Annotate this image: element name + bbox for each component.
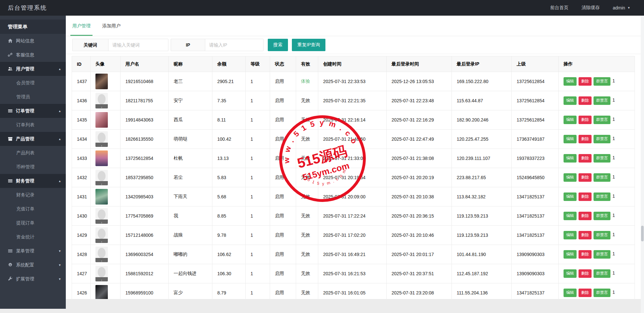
tab-add-user[interactable]: 添加用户 (102, 16, 121, 36)
delete-button[interactable]: 删除 (579, 212, 592, 220)
sidebar-item-5[interactable]: 财务管理▲ (0, 174, 66, 188)
mute-button[interactable]: 群禁言 (594, 135, 610, 143)
cell-balance: 106.30 (212, 264, 246, 283)
sidebar-subitem[interactable]: 产品列表 (0, 146, 66, 160)
sidebar-item-label: 扩展管理 (16, 276, 34, 282)
sidebar-item-2[interactable]: 用户管理▲ (0, 62, 66, 76)
delete-button[interactable]: 删除 (579, 192, 592, 201)
cell-parent: 13471825137 (512, 226, 559, 245)
delete-button[interactable]: 删除 (579, 77, 592, 86)
cell-username: 18266135550 (121, 130, 169, 149)
search-button[interactable]: 搜索 (268, 39, 288, 51)
sidebar-item-3[interactable]: 订单管理▲ (0, 104, 66, 118)
avatar-upload-band: ↑ (95, 239, 108, 243)
clear-cache-link[interactable]: 清除缓存 (581, 5, 600, 11)
edit-button[interactable]: 编辑 (564, 77, 577, 86)
user-menu[interactable]: admin ▼ (613, 5, 630, 10)
delete-button[interactable]: 删除 (579, 231, 592, 239)
keyword-input[interactable] (108, 39, 168, 51)
delete-button[interactable]: 删除 (579, 289, 592, 297)
delete-button[interactable]: 删除 (579, 269, 592, 278)
mute-button[interactable]: 群禁言 (594, 250, 610, 259)
sidebar-subitem[interactable]: 管理员 (0, 90, 66, 104)
valid-status[interactable]: 体验 (301, 78, 310, 84)
delete-button[interactable]: 删除 (579, 135, 592, 143)
sidebar-subitem[interactable]: 提现订单 (0, 216, 66, 230)
delete-button[interactable]: 删除 (579, 250, 592, 259)
group-count: 1 (612, 193, 615, 199)
cell-last_login: 2025-07-31 20:20:19 (387, 168, 452, 187)
scrollbar-thumb[interactable] (641, 226, 644, 241)
valid-status: 无效 (301, 290, 310, 295)
cell-created: 2025-07-31 16:49:21 (318, 245, 387, 264)
delete-button[interactable]: 删除 (579, 173, 592, 182)
edit-button[interactable]: 编辑 (564, 250, 577, 259)
default-avatar: ↑ (95, 247, 108, 262)
cell-nickname: 若尘 (169, 168, 212, 187)
cell-nickname: 老三 (169, 72, 212, 91)
edit-button[interactable]: 编辑 (564, 289, 577, 297)
cell-last_login: 2025-07-31 23:20:08 (387, 283, 452, 299)
sidebar-item-1[interactable]: 客服信息 (0, 48, 66, 62)
edit-button[interactable]: 编辑 (564, 154, 577, 163)
edit-button[interactable]: 编辑 (564, 173, 577, 182)
edit-button[interactable]: 编辑 (564, 269, 577, 278)
edit-button[interactable]: 编辑 (564, 212, 577, 220)
cell-status: 启用 (270, 91, 296, 110)
mute-button[interactable]: 群禁言 (594, 269, 610, 278)
edit-button[interactable]: 编辑 (564, 135, 577, 143)
sidebar-subitem[interactable]: 订单列表 (0, 118, 66, 132)
mute-button[interactable]: 群禁言 (594, 173, 610, 182)
mute-button[interactable]: 群禁言 (594, 212, 610, 220)
cell-avatar: ↑ (91, 91, 121, 110)
sidebar-item-7[interactable]: 系统配置▼ (0, 258, 66, 272)
cell-id: 1432 (72, 168, 91, 187)
edit-button[interactable]: 编辑 (564, 231, 577, 239)
delete-button[interactable]: 删除 (579, 154, 592, 163)
sidebar-subitem[interactable]: 财务记录 (0, 188, 66, 202)
ip-input[interactable] (205, 39, 264, 51)
cell-balance: 8.11 (212, 110, 246, 130)
cell-avatar (91, 72, 121, 91)
cell-balance: 8.85 (212, 206, 246, 226)
edit-button[interactable]: 编辑 (564, 116, 577, 124)
mute-button[interactable]: 群禁言 (594, 192, 610, 201)
cell-actions: 编辑删除群禁言1 (559, 283, 635, 299)
sidebar-item-6[interactable]: 菜单管理▼ (0, 244, 66, 258)
frontend-home-link[interactable]: 前台首页 (550, 5, 568, 11)
chevron-up-icon: ▲ (58, 109, 61, 113)
default-avatar: ↑ (95, 170, 108, 185)
sidebar-item-label: 网站信息 (16, 38, 34, 44)
sidebar-item-0[interactable]: 网站信息 (0, 34, 66, 48)
delete-button[interactable]: 删除 (579, 96, 592, 105)
sidebar-item-4[interactable]: 产品管理▲ (0, 132, 66, 146)
mute-button[interactable]: 群禁言 (594, 96, 610, 105)
table-header-cell: 最后登录时间 (387, 56, 452, 72)
cell-last_login: 2025-12-26 13:05:53 (387, 72, 452, 91)
sidebar-item-label: 系统配置 (16, 262, 34, 268)
mute-button[interactable]: 群禁言 (594, 154, 610, 163)
edit-button[interactable]: 编辑 (564, 192, 577, 201)
sidebar-subitem[interactable]: 会员管理 (0, 76, 66, 90)
sidebar-item-label: 产品管理 (16, 136, 34, 142)
mute-button[interactable]: 群禁言 (594, 231, 610, 239)
sidebar-subitem[interactable]: 币种管理 (0, 160, 66, 174)
sidebar-item-8[interactable]: 扩展管理▼ (0, 272, 66, 286)
edit-button[interactable]: 编辑 (564, 96, 577, 105)
topbar: 后台管理系统 前台首页 清除缓存 admin ▼ (0, 0, 644, 16)
cell-created: 2025-07-31 21:48:50 (318, 130, 387, 149)
mute-button[interactable]: 群禁言 (594, 289, 610, 297)
tabbar: 用户管理 添加用户 (66, 16, 641, 36)
group-count: 1 (612, 117, 615, 122)
cell-avatar (91, 283, 121, 299)
tab-user-management[interactable]: 用户管理 (72, 16, 91, 36)
duplicate-ip-button[interactable]: 重复IP查询 (292, 39, 325, 51)
sidebar-menu: 网站信息客服信息用户管理▲会员管理管理员订单管理▲订单列表产品管理▲产品列表币种… (0, 34, 66, 286)
sidebar-subitem[interactable]: 充值订单 (0, 202, 66, 216)
cell-parent: 13909090303 (512, 245, 559, 264)
mute-button[interactable]: 群禁言 (594, 77, 610, 86)
sidebar-subitem[interactable]: 资金统计 (0, 230, 66, 244)
mute-button[interactable]: 群禁言 (594, 116, 610, 124)
delete-button[interactable]: 删除 (579, 116, 592, 124)
gears-icon (8, 263, 13, 267)
